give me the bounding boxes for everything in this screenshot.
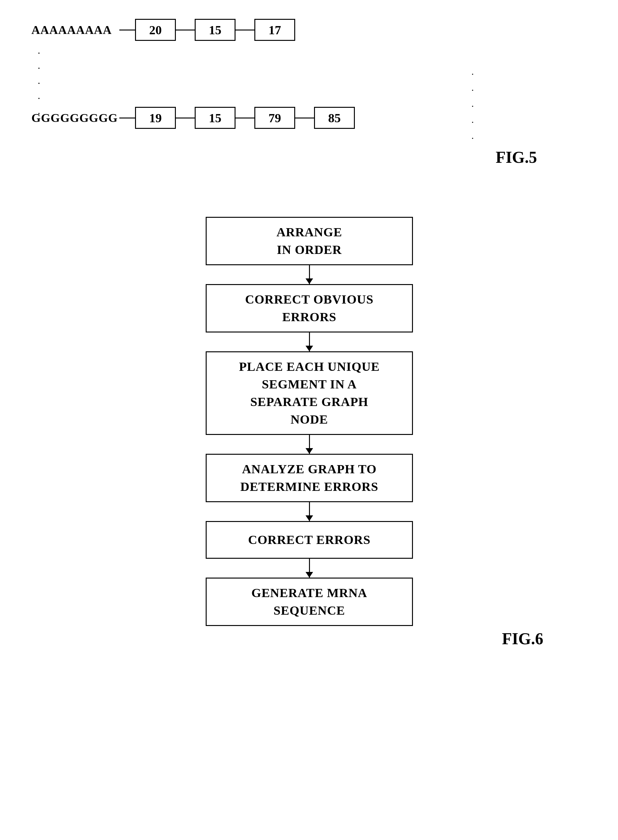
dot-2: ·	[38, 61, 40, 76]
flow-arrow-2	[309, 332, 310, 351]
seg-box-1-1: 20	[135, 19, 176, 41]
seg-box-1-3: 17	[254, 19, 295, 41]
seg-box-2-4: 85	[314, 107, 355, 129]
seg-con-2-1	[176, 118, 195, 118]
fig6-label: FIG.6	[502, 630, 543, 648]
fig5-label: FIG.5	[496, 148, 537, 167]
dot-1: ·	[38, 46, 40, 61]
connector-2	[119, 118, 135, 118]
dot-4: ·	[38, 91, 40, 106]
sequence-label-2: GGGGGGGGG	[31, 111, 119, 125]
seg-box-1-2: 15	[195, 19, 236, 41]
seg-box-2-2: 15	[195, 107, 236, 129]
sequence-row-1: AAAAAAAAA 20 15 17	[31, 19, 612, 41]
dot-3: ·	[38, 76, 40, 91]
seg-con-2-3	[295, 118, 314, 118]
flow-box-generate: GENERATE MRNA SEQUENCE	[206, 578, 413, 626]
seg-con-1-2	[236, 30, 254, 30]
sequence-label-1: AAAAAAAAA	[31, 23, 119, 37]
flow-arrow-4	[309, 502, 310, 521]
seg-box-2-1: 19	[135, 107, 176, 129]
flow-box-correct-obvious: CORRECT OBVIOUS ERRORS	[206, 284, 413, 332]
sequence-row-2: GGGGGGGGG 19 15 79 85	[31, 107, 612, 129]
flow-box-arrange: ARRANGE IN ORDER	[206, 217, 413, 265]
connector-1	[119, 30, 135, 30]
seg-box-2-3: 79	[254, 107, 295, 129]
flow-box-place-segment: PLACE EACH UNIQUE SEGMENT IN A SEPARATE …	[206, 351, 413, 435]
flow-arrow-5	[309, 559, 310, 578]
seg-con-2-2	[236, 118, 254, 118]
flow-box-correct-errors: CORRECT ERRORS	[206, 521, 413, 559]
flow-box-analyze: ANALYZE GRAPH TO DETERMINE ERRORS	[206, 454, 413, 502]
seg-con-1-1	[176, 30, 195, 30]
flow-arrow-3	[309, 435, 310, 454]
fig5-diagram: AAAAAAAAA 20 15 17 · · · · · · · · · ·	[19, 13, 600, 176]
fig6-flowchart: ARRANGE IN ORDER CORRECT OBVIOUS ERRORS …	[19, 204, 600, 626]
flow-arrow-1	[309, 265, 310, 284]
